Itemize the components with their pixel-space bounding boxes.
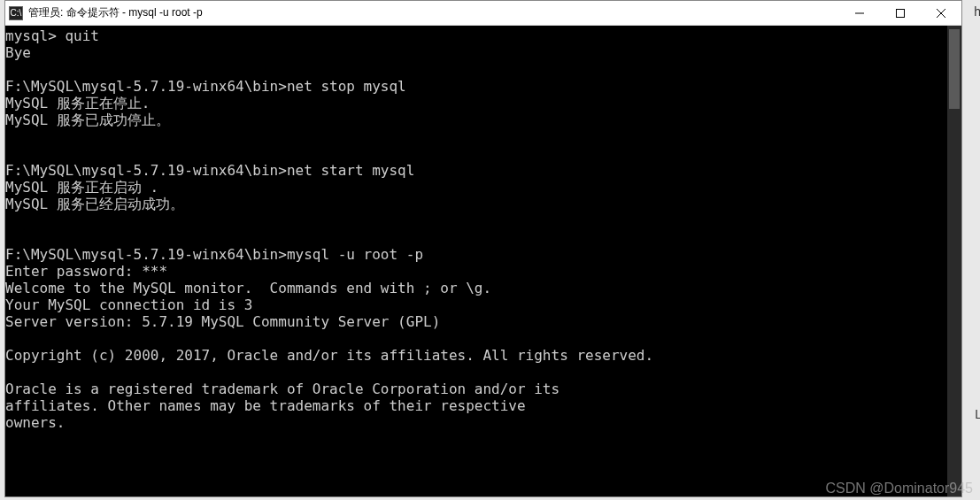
maximize-icon	[896, 9, 905, 18]
titlebar[interactable]: C:\ 管理员: 命令提示符 - mysql -u root -p	[5, 1, 961, 26]
bg-char-right-2: L	[975, 407, 980, 421]
scrollbar-thumb[interactable]	[949, 29, 960, 109]
watermark: CSDN @Dominator945	[825, 481, 973, 496]
terminal-area[interactable]: mysql> quit Bye F:\MySQL\mysql-5.7.19-wi…	[5, 26, 961, 496]
close-button[interactable]	[921, 1, 961, 25]
minimize-icon	[855, 9, 864, 18]
terminal-window: C:\ 管理员: 命令提示符 - mysql -u root -p mysql>…	[4, 0, 962, 497]
window-title: 管理员: 命令提示符 - mysql -u root -p	[28, 5, 839, 20]
maximize-button[interactable]	[880, 1, 921, 25]
app-icon: C:\	[9, 6, 23, 20]
window-controls	[839, 1, 961, 25]
minimize-button[interactable]	[839, 1, 880, 25]
terminal-output: mysql> quit Bye F:\MySQL\mysql-5.7.19-wi…	[5, 26, 961, 431]
scrollbar-track[interactable]	[947, 26, 961, 496]
svg-rect-1	[897, 9, 905, 17]
close-icon	[937, 9, 945, 18]
bg-char-right-1: h	[974, 4, 980, 19]
